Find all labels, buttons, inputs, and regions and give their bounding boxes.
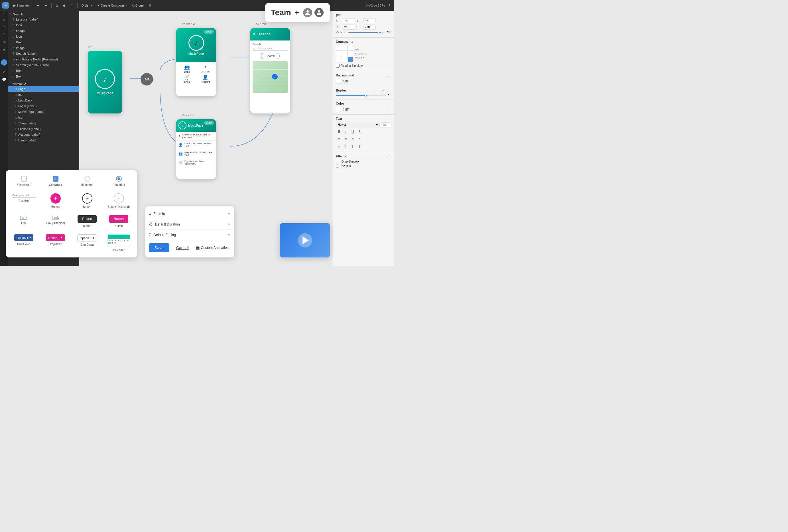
layer-lessons-label[interactable]: T Lessons (Label) (8, 17, 79, 22)
team-add-icon[interactable]: + (295, 8, 299, 17)
login-button[interactable]: Login (204, 29, 214, 34)
layer-login-label[interactable]: T Login (Label) (8, 103, 79, 109)
strikethrough-button[interactable]: S (356, 129, 363, 135)
ab-node[interactable]: AB (138, 71, 156, 88)
video-panel[interactable] (280, 223, 330, 257)
align-left-button[interactable]: ≡ (336, 136, 342, 142)
layer-logo[interactable]: □ Logo (8, 86, 79, 92)
border-slider[interactable] (336, 95, 386, 96)
textbox-widget[interactable] (13, 193, 35, 198)
effects-menu-btn[interactable]: ··· (387, 155, 391, 159)
play-icon-container[interactable] (298, 233, 312, 248)
sidebar-icon-home[interactable]: ⌂ (1, 17, 7, 23)
layer-shop-label[interactable]: T Shop (Label) (8, 120, 79, 126)
cancel-button[interactable]: Cancel (176, 245, 189, 250)
rect-btn-dark-widget[interactable]: Button (78, 215, 97, 223)
layer-icon-4[interactable]: □ Icon (8, 115, 79, 120)
radius-slider[interactable] (348, 32, 385, 33)
dropdown-blue-widget[interactable]: Option 1 ▾ (14, 234, 34, 241)
custom-animations-button[interactable]: 🎬 Custom Animations (196, 246, 230, 250)
sidebar-icon-cloud[interactable]: ☁ (1, 46, 7, 53)
simulate-button[interactable]: ▶ Simulate (12, 3, 31, 8)
nav-shop[interactable]: 🛒 Shop (178, 74, 196, 83)
text-menu-btn[interactable]: ··· (387, 117, 391, 122)
sidebar-icon-diamond[interactable]: ◇ (1, 24, 7, 30)
tools-button[interactable]: ⊕ (61, 3, 67, 8)
clone-button[interactable]: ⧉ Clone (131, 3, 145, 8)
layer-image-1[interactable]: □ Image (8, 28, 79, 34)
layer-band-label[interactable]: T Band (Label) (8, 137, 79, 143)
search-phone-btn[interactable]: Search (261, 53, 280, 59)
layer-icon-3[interactable]: □ Icon (8, 92, 79, 98)
btn-outline-widget[interactable]: + (82, 193, 92, 203)
constraint-cell-1[interactable] (336, 45, 341, 51)
color-menu-btn[interactable]: ··· (387, 102, 391, 106)
border-settings-btn[interactable]: ⚙ (380, 89, 386, 94)
redo-button[interactable]: ↪ (43, 3, 49, 8)
layer-search-label[interactable]: T Search (Label) (8, 51, 79, 56)
font-select[interactable]: Helvet... (336, 122, 380, 127)
version-a-phone[interactable]: Login ♪ MusicPage 👥 Band ♪ Lessons 🛒 Sho… (176, 28, 216, 96)
checkbox-empty-widget[interactable] (21, 176, 27, 182)
text-style-2[interactable]: T (350, 143, 356, 150)
constraint-cell-3[interactable] (348, 45, 353, 51)
underline-button[interactable]: U (350, 129, 356, 135)
nav-band[interactable]: 👥 Band (178, 64, 196, 73)
version-b-login[interactable]: Login (204, 121, 214, 125)
calendar-widget[interactable]: 1 2 3 4 5 6 7 8 9 10 (107, 234, 130, 247)
align-center-button[interactable]: ≡ (343, 136, 349, 142)
sidebar-icon-comment[interactable]: 💬 (1, 76, 7, 83)
layer-musicpage-label[interactable]: T MusicPage (Label) (8, 109, 79, 115)
dropdown-pink-widget[interactable]: Option 1 ▾ (46, 234, 65, 241)
settings-button[interactable]: ⚙ (147, 3, 153, 8)
rect-btn-pink-widget[interactable]: Button (109, 215, 128, 223)
layer-search-btn[interactable]: □ Search (Search Button) (8, 62, 79, 68)
layer-image-2[interactable]: □ Image (8, 45, 79, 51)
undo-button[interactable]: ↩ (35, 3, 41, 8)
radio-checked-widget[interactable] (116, 176, 122, 182)
layer-lessons-label-2[interactable]: T Lessons (Label) (8, 126, 79, 132)
constraint-cell-7[interactable] (336, 57, 341, 62)
constraint-cell-6[interactable] (348, 51, 353, 56)
constraint-cell-8[interactable] (342, 57, 347, 62)
layer-box-1[interactable]: □ Box (8, 39, 79, 45)
nav-lessons[interactable]: ♪ Lessons (197, 64, 214, 73)
constraint-cell-4[interactable] (336, 51, 341, 56)
layer-account-label[interactable]: T Account (Label) (8, 132, 79, 137)
bold-button[interactable]: B (336, 129, 342, 135)
x-input[interactable] (343, 18, 355, 23)
link-widget[interactable]: Link (20, 215, 28, 220)
layer-box-3[interactable]: □ Box (8, 74, 79, 79)
help-button[interactable]: ? (387, 3, 392, 8)
y-input[interactable] (363, 18, 376, 23)
sidebar-icon-add[interactable]: + (1, 59, 7, 65)
radio-empty-widget[interactable] (84, 176, 90, 182)
border-menu-btn[interactable]: ··· (387, 89, 391, 94)
drop-shadow-checkbox[interactable] (336, 160, 339, 163)
h-input[interactable] (363, 24, 376, 29)
italic-button[interactable]: I (343, 129, 349, 135)
layer-icon-1[interactable]: □ Icon (8, 22, 79, 28)
constraint-cell-2[interactable] (342, 45, 347, 51)
background-menu-btn[interactable]: ··· (387, 74, 391, 78)
delete-button[interactable]: ✕ (69, 3, 75, 8)
list-button[interactable]: ≡ (336, 143, 342, 150)
text-style-3[interactable]: T (356, 143, 363, 150)
layer-guitare[interactable]: e e.g. Guitare Berlin (Password) (8, 56, 79, 62)
constraint-cell-5[interactable] (342, 51, 347, 56)
color-swatch[interactable] (336, 107, 341, 112)
btn-pink-widget[interactable]: + (51, 193, 61, 203)
layer-icon-2[interactable]: □ Icon (8, 34, 79, 39)
sidebar-icon-resize[interactable]: ⤢ (1, 69, 7, 75)
dropdown-outline-widget[interactable]: Option 1 ▾ (77, 234, 97, 241)
menu-button[interactable]: ≡ (2, 2, 9, 8)
nav-account[interactable]: 👤 Account (197, 74, 214, 83)
search-input-mock[interactable]: e.g. Guitare Berlin (253, 46, 288, 51)
no-blur-checkbox[interactable] (336, 164, 339, 168)
fixed-in-simulator-checkbox[interactable] (336, 64, 339, 67)
sidebar-icon-rect[interactable]: ▭ (1, 39, 7, 45)
save-button[interactable]: Save (149, 243, 169, 252)
w-input[interactable] (343, 24, 355, 29)
create-component-button[interactable]: ✦ Create Component (96, 3, 129, 8)
layer-logoback[interactable]: □ LogoBack (8, 98, 79, 103)
